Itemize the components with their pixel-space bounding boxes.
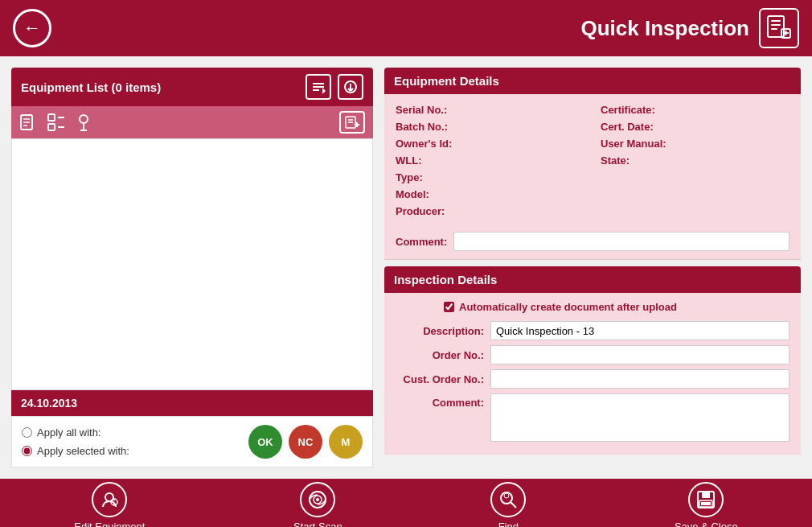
equipment-comment-label: Comment: bbox=[396, 236, 447, 248]
apply-all-radio[interactable] bbox=[22, 427, 32, 438]
find-label: Find bbox=[498, 521, 519, 528]
wll-label: WLL: bbox=[396, 154, 421, 167]
equipment-list-header-icons bbox=[306, 74, 363, 100]
svg-rect-42 bbox=[702, 492, 710, 498]
right-panel: Equipment Details Serial No.: Batch No.:… bbox=[384, 68, 801, 467]
start-scan-icon bbox=[300, 482, 335, 517]
inspection-section: Inspection Details Automatically create … bbox=[384, 266, 801, 455]
apply-selected-radio[interactable] bbox=[22, 446, 32, 456]
producer-label: Producer: bbox=[396, 205, 445, 217]
apply-all-label: Apply all with: bbox=[37, 426, 100, 438]
edit-equipment-label: Edit Equipment bbox=[74, 521, 145, 528]
page-title: Quick Inspection bbox=[581, 16, 750, 41]
cust-order-no-input[interactable] bbox=[490, 369, 789, 389]
pin-icon[interactable] bbox=[74, 113, 93, 132]
svg-rect-2 bbox=[771, 24, 781, 26]
svg-rect-3 bbox=[771, 28, 777, 30]
cert-date-field: Cert. Date: bbox=[601, 121, 789, 133]
certificate-field: Certificate: bbox=[601, 104, 789, 116]
apply-selected-option: Apply selected with: bbox=[22, 445, 240, 457]
type-field: Type: bbox=[396, 171, 584, 183]
state-field: State: bbox=[601, 154, 789, 167]
date-row: 24.10.2013 bbox=[11, 390, 373, 416]
apply-row: Apply all with: Apply selected with: OK … bbox=[11, 416, 373, 467]
header: ← Quick Inspection bbox=[0, 0, 812, 56]
type-label: Type: bbox=[396, 171, 423, 183]
list-icon-1[interactable] bbox=[19, 113, 39, 132]
left-panel: Equipment List (0 items) bbox=[11, 68, 373, 467]
quick-inspection-icon bbox=[759, 8, 799, 48]
equipment-comment-input[interactable] bbox=[453, 232, 789, 251]
inspection-details-header: Inspection Details bbox=[384, 266, 801, 293]
user-manual-field: User Manual: bbox=[601, 138, 789, 150]
state-label: State: bbox=[601, 154, 630, 167]
svg-point-23 bbox=[80, 115, 88, 123]
m-button[interactable]: M bbox=[329, 425, 363, 459]
cust-order-no-row: Cust. Order No.: bbox=[396, 369, 789, 389]
equipment-list-title: Equipment List (0 items) bbox=[21, 80, 161, 94]
equipment-comment-row: Comment: bbox=[384, 227, 801, 260]
svg-rect-1 bbox=[771, 20, 781, 22]
description-label: Description: bbox=[396, 325, 484, 337]
apply-all-option: Apply all with: bbox=[22, 426, 240, 438]
list-icon-2[interactable] bbox=[47, 113, 66, 132]
serial-no-field: Serial No.: bbox=[396, 104, 584, 116]
start-scan-button[interactable]: Start Scan bbox=[293, 482, 342, 528]
svg-marker-10 bbox=[322, 88, 326, 94]
serial-no-label: Serial No.: bbox=[396, 104, 447, 116]
svg-rect-20 bbox=[48, 124, 55, 130]
toolbar-row bbox=[11, 106, 373, 138]
user-manual-label: User Manual: bbox=[601, 138, 666, 150]
main-content: Equipment List (0 items) bbox=[0, 56, 812, 479]
auto-create-row: Automatically create document after uplo… bbox=[396, 301, 789, 313]
certificate-label: Certificate: bbox=[601, 104, 655, 116]
owners-id-field: Owner's Id: bbox=[396, 138, 584, 150]
description-row: Description: bbox=[396, 321, 789, 340]
header-title-area: Quick Inspection bbox=[581, 8, 800, 48]
svg-line-39 bbox=[511, 502, 516, 508]
edit-equipment-icon bbox=[92, 482, 127, 517]
batch-no-label: Batch No.: bbox=[396, 121, 448, 133]
date-label: 24.10.2013 bbox=[21, 397, 77, 410]
save-close-icon bbox=[688, 482, 724, 517]
inspection-body: Automatically create document after uplo… bbox=[384, 293, 801, 455]
apply-buttons: OK NC M bbox=[248, 425, 363, 459]
sort-icon[interactable] bbox=[306, 74, 331, 100]
equipment-details-body: Serial No.: Batch No.: Owner's Id: WLL: … bbox=[384, 94, 801, 227]
apply-options: Apply all with: Apply selected with: bbox=[22, 426, 240, 457]
find-button[interactable]: Find bbox=[490, 482, 526, 528]
add-item-icon[interactable] bbox=[339, 111, 365, 134]
start-scan-label: Start Scan bbox=[293, 521, 342, 528]
nc-button[interactable]: NC bbox=[289, 425, 322, 459]
apply-selected-label: Apply selected with: bbox=[37, 445, 129, 457]
order-no-input[interactable] bbox=[490, 345, 789, 364]
owners-id-label: Owner's Id: bbox=[396, 138, 452, 150]
save-close-button[interactable]: Save & Close bbox=[675, 482, 738, 528]
wll-field: WLL: bbox=[396, 154, 584, 167]
edit-equipment-button[interactable]: Edit Equipment bbox=[74, 482, 145, 528]
export-icon[interactable] bbox=[338, 74, 363, 100]
producer-field: Producer: bbox=[396, 205, 584, 217]
ok-button[interactable]: OK bbox=[248, 425, 282, 459]
model-field: Model: bbox=[396, 188, 584, 200]
equipment-list-body bbox=[11, 138, 373, 390]
inspection-comment-label: Comment: bbox=[396, 397, 484, 409]
cert-date-label: Cert. Date: bbox=[601, 121, 654, 133]
cust-order-no-label: Cust. Order No.: bbox=[396, 373, 484, 385]
svg-point-40 bbox=[504, 493, 509, 498]
back-button[interactable]: ← bbox=[13, 9, 51, 47]
auto-create-checkbox[interactable] bbox=[444, 302, 454, 312]
inspection-comment-textarea[interactable] bbox=[490, 393, 789, 442]
model-label: Model: bbox=[396, 188, 429, 200]
order-no-row: Order No.: bbox=[396, 345, 789, 364]
order-no-label: Order No.: bbox=[396, 349, 484, 361]
svg-point-37 bbox=[316, 498, 319, 501]
description-input[interactable] bbox=[490, 321, 789, 340]
svg-rect-19 bbox=[48, 114, 55, 121]
equipment-list-header: Equipment List (0 items) bbox=[11, 68, 373, 106]
inspection-comment-row: Comment: bbox=[396, 393, 789, 442]
equipment-details-header: Equipment Details bbox=[384, 68, 801, 94]
save-close-label: Save & Close bbox=[675, 521, 738, 528]
auto-create-label: Automatically create document after uplo… bbox=[459, 301, 677, 313]
footer: Edit Equipment Start Scan Find bbox=[0, 479, 812, 527]
